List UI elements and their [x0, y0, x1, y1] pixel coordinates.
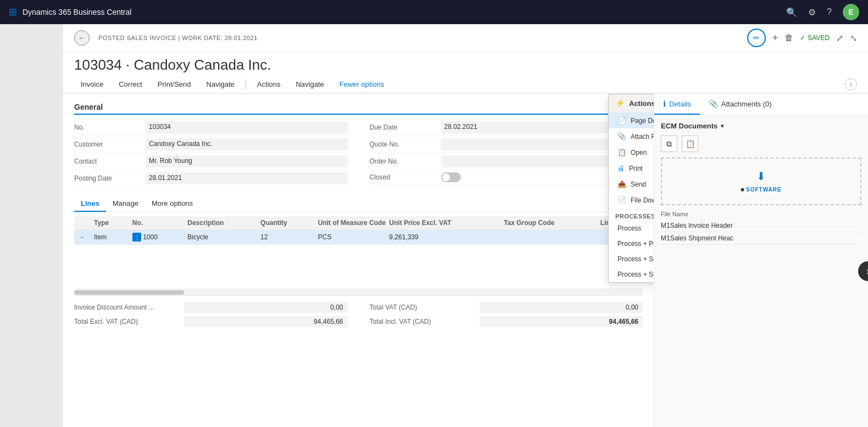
col-uom: Unit of Measure Code	[314, 216, 385, 230]
dropdown-process-successor[interactable]: Process + Successor	[609, 251, 654, 267]
menu-navigate[interactable]: Navigate	[200, 76, 241, 94]
value-no: 103034	[146, 121, 348, 133]
dropdown-process[interactable]: Process	[609, 221, 654, 236]
settings-icon[interactable]: ⚙	[808, 7, 816, 18]
document-icon: 📄	[617, 116, 626, 125]
send-icon: 📤	[617, 180, 626, 188]
lightning-icon: ⚡	[615, 99, 625, 108]
ecm-title: ECM Documents	[661, 122, 717, 130]
tab-more-options[interactable]: More options	[145, 196, 199, 212]
table-row[interactable]: → Item ⋮ 1000 Bicycle 12 PCS 9,261,339	[74, 230, 643, 245]
right-panel-body: ECM Documents ▾ ⧉ 📋 ⬇ ■ SOFTWARE	[654, 115, 868, 427]
check-icon: ✓	[800, 34, 805, 42]
dropdown-send[interactable]: 📤 Send	[609, 176, 654, 192]
total-incl-label: Total Incl. VAT (CAD)	[370, 318, 480, 325]
topbar: ⊞ Dynamics 365 Business Central 🔍 ⚙ ? E	[0, 0, 868, 24]
form-row-due-date: Due Date 28.02.2021	[370, 119, 643, 136]
menu-print-send[interactable]: Print/Send	[151, 76, 198, 94]
ecm-software-logo: ■ SOFTWARE	[673, 185, 849, 193]
total-incl-value: 94,465,66	[480, 316, 643, 327]
dropdown-process-successor-precedents[interactable]: Process + Successor + Precedents	[609, 267, 654, 282]
ecm-header[interactable]: ECM Documents ▾	[661, 122, 861, 130]
section-title: General	[74, 103, 103, 111]
h-scrollbar[interactable]	[74, 289, 643, 295]
col-arrow	[74, 216, 90, 230]
dropdown-page-document-entries[interactable]: 📄 Page Document Entries	[609, 113, 654, 128]
label-quote-no: Quote No.	[370, 141, 441, 148]
form-row-contact: Contact Mr. Rob Young	[74, 153, 348, 170]
total-excl-label: Total Excl. VAT (CAD)	[74, 318, 184, 325]
total-row-incl: Total Incl. VAT (CAD) 94,465,66	[370, 314, 643, 329]
back-button[interactable]: ←	[74, 30, 90, 46]
help-icon[interactable]: ?	[827, 7, 832, 17]
cell-uom: PCS	[314, 230, 385, 245]
menu-actions[interactable]: Actions	[251, 76, 287, 94]
ecm-actions: ⧉ 📋	[661, 136, 861, 152]
label-posting-date: Posting Date	[74, 175, 146, 182]
ecm-clipboard-button[interactable]: 📋	[682, 136, 698, 152]
label-closed: Closed	[370, 173, 441, 181]
totals-left: Invoice Discount Amount ... 0,00 Total E…	[74, 300, 348, 329]
dropdown-process-precedents[interactable]: Process + Precedents	[609, 236, 654, 251]
body-layout: General Show more No. 103034 Customer Ca…	[63, 94, 868, 427]
ecm-copy-button[interactable]: ⧉	[661, 136, 677, 152]
menu-fewer-options[interactable]: Fewer options	[333, 76, 391, 94]
cell-unit-price: 9,261,339	[385, 230, 499, 245]
menu-separator	[246, 79, 246, 90]
collapse-button[interactable]: ⤡	[850, 33, 857, 43]
label-order-no: Order No.	[370, 158, 441, 165]
nav-arrow-right[interactable]: ›	[858, 261, 868, 281]
total-row-excl: Total Excl. VAT (CAD) 94,465,66	[74, 314, 348, 329]
file-item-1[interactable]: M1Sales Invoice Header	[661, 220, 861, 232]
print-icon: 🖨	[617, 164, 625, 172]
page-header-actions: ✏ + 🗑 ✓ SAVED ⤢ ⤡	[747, 29, 857, 47]
form-area: General Show more No. 103034 Customer Ca…	[63, 94, 654, 427]
tab-details[interactable]: ℹ Details	[654, 94, 700, 115]
total-excl-value: 94,465,66	[184, 316, 348, 327]
total-vat-label: Total VAT (CAD)	[370, 304, 480, 311]
search-icon[interactable]: 🔍	[786, 7, 797, 18]
dropdown-open[interactable]: 📋 Open	[609, 144, 654, 160]
total-row-discount: Invoice Discount Amount ... 0,00	[74, 300, 348, 314]
menu-navigate2[interactable]: Navigate	[289, 76, 330, 94]
totals-grid: Invoice Discount Amount ... 0,00 Total E…	[74, 300, 643, 329]
file-item-2[interactable]: M1Sales Shipment Heac	[661, 232, 861, 245]
label-due-date: Due Date	[370, 123, 441, 131]
form-right-column: Due Date 28.02.2021 Quote No. Order No.	[370, 119, 643, 187]
dropdown-file-download[interactable]: 📄 File Download	[609, 192, 654, 208]
col-type: Type	[90, 216, 128, 230]
menu-invoice[interactable]: Invoice	[74, 76, 110, 94]
tab-manage[interactable]: Manage	[106, 196, 145, 212]
lines-table: Type No. Description Quantity Unit of Me…	[74, 216, 643, 245]
dropdown-attach-file[interactable]: 📎 Attach File	[609, 128, 654, 144]
closed-toggle[interactable]	[441, 172, 461, 182]
menu-bar: Invoice Correct Print/Send Navigate Acti…	[63, 76, 868, 94]
menu-correct[interactable]: Correct	[112, 76, 149, 94]
tab-lines[interactable]: Lines	[74, 196, 106, 212]
delete-button[interactable]: 🗑	[784, 33, 793, 43]
edit-button[interactable]: ✏	[747, 29, 766, 47]
avatar[interactable]: E	[843, 4, 859, 20]
label-contact: Contact	[74, 158, 146, 165]
form-row-posting-date: Posting Date 28.01.2021	[74, 170, 348, 187]
chevron-down-icon: ▾	[721, 123, 724, 129]
main-layout: ← POSTED SALES INVOICE | WORK DATE: 28.0…	[0, 24, 868, 427]
lines-tabs: Lines Manage More options	[74, 196, 643, 212]
share-button[interactable]: ⤢	[836, 33, 843, 43]
app-name: Dynamics 365 Business Central	[23, 8, 131, 16]
label-customer: Customer	[74, 141, 146, 148]
left-sidebar	[0, 24, 63, 427]
dropdown-print[interactable]: 🖨 Print	[609, 160, 654, 176]
right-panel-tabs: ℹ Details 📎 Attachments (0)	[654, 94, 868, 115]
form-grid: No. 103034 Customer Candoxy Canada Inc. …	[74, 119, 643, 187]
table-header: Type No. Description Quantity Unit of Me…	[74, 216, 643, 230]
col-description: Description	[183, 216, 256, 230]
tab-attachments[interactable]: 📎 Attachments (0)	[700, 94, 781, 115]
general-section-header: General Show more	[74, 103, 643, 115]
add-button[interactable]: +	[772, 32, 778, 44]
row-action-button[interactable]: ⋮	[132, 233, 141, 241]
page-header-info: POSTED SALES INVOICE | WORK DATE: 28.01.…	[98, 35, 738, 41]
ecm-upload-zone[interactable]: ⬇ ■ SOFTWARE	[661, 158, 861, 205]
info-icon[interactable]: i	[845, 78, 857, 91]
total-row-vat: Total VAT (CAD) 0,00	[370, 300, 643, 314]
